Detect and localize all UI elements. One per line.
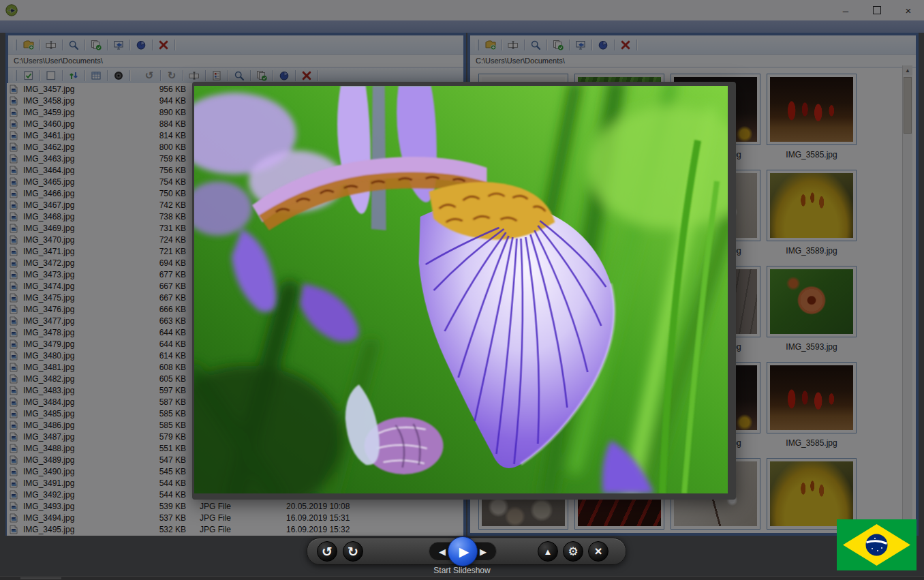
close-viewer-button[interactable]: ×	[588, 541, 609, 562]
previous-button[interactable]: ◀	[436, 547, 448, 557]
rotate-right-button[interactable]: ↻	[343, 541, 363, 562]
eject-button[interactable]: ▲	[538, 541, 558, 562]
next-button[interactable]: ▶	[477, 547, 489, 557]
slideshow-tooltip: Start Slideshow	[0, 566, 924, 575]
app-screen: –× C:\Users\User\Documents\ ↺↻ IMG_3457.…	[0, 0, 924, 580]
play-button[interactable]: ▶	[448, 536, 478, 566]
viewer-photo-iris[interactable]	[194, 86, 728, 493]
image-viewer-window	[192, 82, 736, 500]
brazil-flag	[837, 519, 917, 570]
settings-button[interactable]: ⚙	[563, 541, 583, 562]
slideshow-toolbar: ◀▶ ↺↻▶▲⚙×	[307, 538, 626, 565]
rotate-left-button[interactable]: ↺	[317, 541, 337, 562]
